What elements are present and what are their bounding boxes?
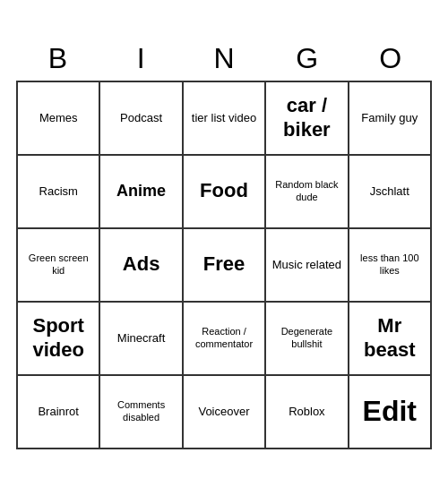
bingo-letter-O: O (349, 38, 432, 79)
bingo-cell-8: Random black dude (266, 156, 349, 229)
bingo-cell-20: Brainrot (18, 376, 100, 449)
bingo-cell-18: Degenerate bullshit (266, 303, 349, 376)
bingo-card: BINGO MemesPodcasttier list videocar / b… (9, 31, 439, 457)
bingo-grid: MemesPodcasttier list videocar / bikerFa… (16, 81, 432, 449)
bingo-cell-5: Racism (18, 156, 100, 229)
bingo-cell-10: Green screen kid (18, 229, 100, 303)
bingo-cell-0: Memes (18, 82, 100, 156)
bingo-cell-6: Anime (100, 156, 183, 229)
bingo-cell-17: Reaction / commentator (184, 303, 266, 376)
bingo-cell-14: less than 100 likes (349, 229, 432, 303)
bingo-cell-4: Family guy (349, 82, 432, 156)
bingo-cell-13: Music related (266, 229, 349, 303)
bingo-cell-22: Voiceover (184, 376, 266, 449)
bingo-cell-3: car / biker (266, 82, 349, 156)
bingo-cell-9: Jschlatt (349, 156, 432, 229)
bingo-letter-N: N (183, 38, 266, 79)
bingo-letter-I: I (99, 38, 183, 79)
bingo-header: BINGO (16, 38, 432, 79)
bingo-letter-B: B (16, 38, 99, 79)
bingo-cell-19: Mr beast (349, 303, 432, 376)
bingo-cell-2: tier list video (184, 82, 266, 156)
bingo-cell-24: Edit (349, 376, 432, 449)
bingo-cell-1: Podcast (100, 82, 183, 156)
bingo-cell-7: Food (184, 156, 266, 229)
bingo-letter-G: G (265, 38, 349, 79)
bingo-cell-12: Free (184, 229, 266, 303)
bingo-cell-23: Roblox (266, 376, 349, 449)
bingo-cell-21: Comments disabled (100, 376, 183, 449)
bingo-cell-15: Sport video (18, 303, 100, 376)
bingo-cell-11: Ads (100, 229, 183, 303)
bingo-cell-16: Minecraft (100, 303, 183, 376)
